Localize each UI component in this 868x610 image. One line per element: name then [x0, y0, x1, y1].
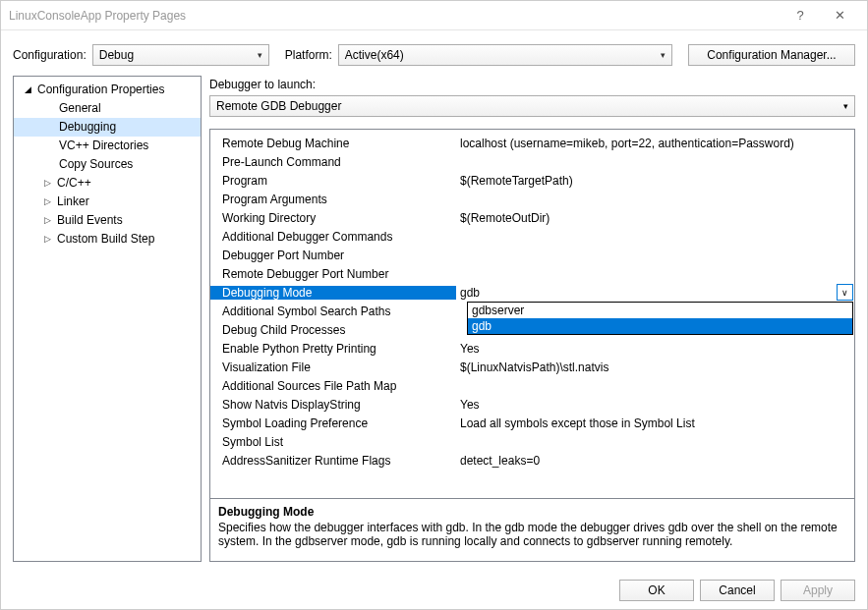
property-name: Additional Debugger Commands: [210, 230, 456, 244]
chevron-down-icon: ▾: [258, 50, 262, 60]
debugger-launch-value: Remote GDB Debugger: [216, 99, 341, 113]
property-name: Debug Child Processes: [210, 323, 456, 337]
property-name: Enable Python Pretty Printing: [210, 342, 456, 356]
property-value[interactable]: detect_leaks=0: [456, 454, 854, 468]
titlebar: LinuxConsoleApp Property Pages ? ✕: [1, 1, 867, 30]
property-name: Program Arguments: [210, 193, 456, 206]
tree-item-vcpp-directories[interactable]: VC++ Directories: [14, 137, 201, 155]
property-value[interactable]: gdb: [456, 286, 854, 300]
property-row[interactable]: AddressSanitizer Runtime Flagsdetect_lea…: [210, 451, 854, 470]
tree-item-build-events[interactable]: ▷Build Events: [14, 211, 201, 230]
tree-item-general[interactable]: General: [14, 99, 201, 118]
property-name: Remote Debug Machine: [210, 137, 456, 150]
property-name: Additional Symbol Search Paths: [210, 305, 456, 318]
description-title: Debugging Mode: [218, 505, 846, 519]
collapse-icon[interactable]: ◢: [22, 82, 33, 98]
platform-value: Active(x64): [345, 48, 404, 62]
property-row[interactable]: Debugging Modegdb∨: [210, 283, 854, 302]
chevron-down-icon: ▾: [843, 101, 848, 111]
dropdown-option[interactable]: gdb: [468, 318, 852, 334]
property-row[interactable]: Working Directory$(RemoteOutDir): [210, 208, 854, 227]
dropdown-button[interactable]: ∨: [837, 284, 853, 301]
property-name: Program: [210, 174, 456, 188]
property-row[interactable]: Enable Python Pretty PrintingYes: [210, 339, 854, 358]
chevron-down-icon: ▾: [661, 50, 665, 60]
config-row: Configuration: Debug ▾ Platform: Active(…: [1, 30, 867, 76]
configuration-label: Configuration:: [13, 48, 87, 62]
property-row[interactable]: Additional Debugger Commands: [210, 227, 854, 246]
property-grid-body[interactable]: Remote Debug Machinelocalhost (username=…: [210, 130, 854, 498]
expand-icon[interactable]: ▷: [41, 175, 53, 192]
tree-root-label: Configuration Properties: [37, 82, 164, 98]
help-icon[interactable]: ?: [781, 8, 820, 23]
debugging-mode-dropdown[interactable]: gdbservergdb: [467, 302, 853, 335]
property-row[interactable]: Show Natvis DisplayStringYes: [210, 395, 854, 414]
property-row[interactable]: Program Arguments: [210, 190, 854, 208]
tree-item-linker[interactable]: ▷Linker: [14, 193, 201, 211]
property-name: Debugging Mode: [210, 286, 456, 300]
property-row[interactable]: Additional Sources File Path Map: [210, 376, 854, 395]
property-pages-window: LinuxConsoleApp Property Pages ? ✕ Confi…: [0, 0, 868, 610]
tree-root[interactable]: ◢ Configuration Properties: [14, 81, 201, 99]
property-name: Working Directory: [210, 211, 456, 225]
property-value[interactable]: $(RemoteTargetPath): [456, 174, 854, 188]
property-name: Remote Debugger Port Number: [210, 267, 456, 281]
property-name: Additional Sources File Path Map: [210, 379, 456, 393]
property-row[interactable]: Visualization File$(LinuxNatvisPath)\stl…: [210, 358, 854, 376]
property-value[interactable]: localhost (username=mikeb, port=22, auth…: [456, 137, 854, 150]
expand-icon[interactable]: ▷: [41, 231, 53, 248]
dialog-footer: OK Cancel Apply: [1, 572, 867, 609]
property-value[interactable]: Yes: [456, 342, 854, 356]
property-row[interactable]: Symbol List: [210, 432, 854, 451]
tree-item-copy-sources[interactable]: Copy Sources: [14, 155, 201, 174]
tree-item-ccpp[interactable]: ▷C/C++: [14, 174, 201, 193]
dropdown-option[interactable]: gdbserver: [468, 303, 852, 318]
platform-label: Platform:: [285, 48, 332, 62]
property-row[interactable]: Remote Debugger Port Number: [210, 264, 854, 283]
property-name: Symbol Loading Preference: [210, 416, 456, 430]
property-name: Debugger Port Number: [210, 249, 456, 262]
property-name: Visualization File: [210, 360, 456, 374]
property-name: Symbol List: [210, 435, 456, 449]
debugger-launch-combo[interactable]: Remote GDB Debugger ▾: [209, 95, 855, 117]
tree-item-custom-build-step[interactable]: ▷Custom Build Step: [14, 230, 201, 249]
debugger-launch-label: Debugger to launch:: [209, 76, 855, 95]
ok-button[interactable]: OK: [619, 580, 694, 601]
property-row[interactable]: Remote Debug Machinelocalhost (username=…: [210, 134, 854, 152]
property-name: Show Natvis DisplayString: [210, 398, 456, 412]
cancel-button[interactable]: Cancel: [700, 580, 775, 601]
property-name: Pre-Launch Command: [210, 155, 456, 169]
property-value[interactable]: $(RemoteOutDir): [456, 211, 854, 225]
property-value[interactable]: $(LinuxNatvisPath)\stl.natvis: [456, 360, 854, 374]
description-text: Specifies how the debugger interfaces wi…: [218, 521, 846, 548]
property-value[interactable]: Load all symbols except those in Symbol …: [456, 416, 854, 430]
apply-button[interactable]: Apply: [781, 580, 855, 601]
property-row[interactable]: Debugger Port Number: [210, 246, 854, 264]
property-row[interactable]: Pre-Launch Command: [210, 152, 854, 171]
expand-icon[interactable]: ▷: [41, 212, 53, 229]
property-row[interactable]: Program$(RemoteTargetPath): [210, 171, 854, 190]
property-value[interactable]: Yes: [456, 398, 854, 412]
property-row[interactable]: Symbol Loading PreferenceLoad all symbol…: [210, 414, 854, 432]
description-pane: Debugging Mode Specifies how the debugge…: [210, 498, 854, 561]
property-name: AddressSanitizer Runtime Flags: [210, 454, 456, 468]
tree-item-debugging[interactable]: Debugging: [14, 118, 201, 137]
configuration-value: Debug: [99, 48, 134, 62]
configuration-combo[interactable]: Debug ▾: [92, 44, 269, 66]
platform-combo[interactable]: Active(x64) ▾: [338, 44, 672, 66]
close-icon[interactable]: ✕: [820, 8, 859, 23]
expand-icon[interactable]: ▷: [41, 194, 53, 210]
window-title: LinuxConsoleApp Property Pages: [9, 9, 186, 23]
config-tree[interactable]: ◢ Configuration Properties General Debug…: [13, 76, 202, 562]
property-grid: Remote Debug Machinelocalhost (username=…: [209, 129, 855, 562]
configuration-manager-button[interactable]: Configuration Manager...: [688, 44, 855, 66]
